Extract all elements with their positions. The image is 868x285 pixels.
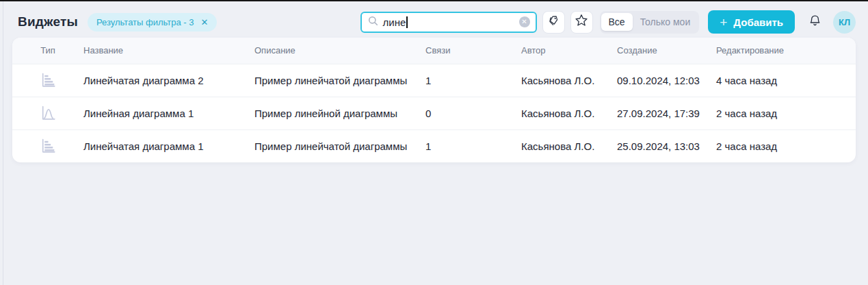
- page-title: Виджеты: [18, 14, 78, 29]
- header-bar: Виджеты Результаты фильтра - 3 ✕ лине ✕ …: [12, 8, 856, 36]
- cell-description: Пример линейчатой диаграммы: [254, 64, 425, 97]
- line-chart-icon: [12, 104, 83, 123]
- bar-chart-icon: [12, 137, 83, 156]
- table-row[interactable]: Линейная диаграмма 1 Пример линейной диа…: [12, 97, 856, 129]
- col-header-description: Описание: [254, 38, 425, 64]
- col-header-edited: Редактирование: [716, 38, 856, 64]
- cell-links: 0: [425, 97, 521, 129]
- filter-clear-icon[interactable]: ✕: [201, 18, 209, 27]
- filter-results-label: Результаты фильтра - 3: [96, 17, 194, 27]
- cell-author: Касьянова Л.О.: [521, 64, 617, 97]
- window-top-edge: [0, 0, 868, 1]
- bell-icon: [808, 14, 822, 31]
- col-header-author: Автор: [521, 38, 617, 64]
- tag-icon: [547, 14, 560, 30]
- toggle-only-mine[interactable]: Только мои: [633, 13, 698, 31]
- plus-icon: +: [720, 16, 727, 29]
- avatar[interactable]: КЛ: [833, 11, 856, 34]
- cell-edited: 2 часа назад: [716, 129, 856, 162]
- favorites-filter-button[interactable]: [570, 11, 593, 34]
- add-widget-button[interactable]: + Добавить: [708, 10, 795, 34]
- add-widget-label: Добавить: [733, 16, 783, 28]
- cell-created: 09.10.2024, 12:03: [617, 64, 716, 97]
- search-value: лине: [383, 16, 408, 28]
- cell-description: Пример линейчатой диаграммы: [254, 129, 425, 162]
- col-header-name: Название: [83, 38, 254, 64]
- table-row[interactable]: Линейчатая диаграмма 1 Пример линейчатой…: [12, 129, 856, 162]
- ownership-toggle: Все Только мои: [600, 11, 700, 34]
- table-row[interactable]: Линейчатая диаграмма 2 Пример линейчатой…: [12, 64, 856, 97]
- search-input[interactable]: лине ✕: [360, 12, 537, 33]
- cell-links: 1: [425, 129, 521, 162]
- cell-created: 27.09.2024, 17:39: [617, 97, 716, 129]
- bar-chart-icon: [12, 71, 83, 90]
- col-header-links: Связи: [425, 38, 521, 64]
- cell-name: Линейная диаграмма 1: [83, 97, 254, 129]
- cell-links: 1: [425, 64, 521, 97]
- search-icon: [368, 16, 378, 29]
- cell-edited: 4 часа назад: [716, 64, 856, 97]
- widgets-table-card: Тип Название Описание Связи Автор Создан…: [12, 38, 856, 162]
- filter-results-badge: Результаты фильтра - 3 ✕: [88, 13, 217, 32]
- window-left-edge: [3, 1, 3, 285]
- col-header-created: Создание: [617, 38, 716, 64]
- table-header-row: Тип Название Описание Связи Автор Создан…: [12, 38, 856, 64]
- toggle-all[interactable]: Все: [601, 13, 633, 31]
- cell-description: Пример линейной диаграммы: [254, 97, 425, 129]
- star-icon: [575, 14, 588, 30]
- notifications-button[interactable]: [804, 12, 825, 32]
- cell-author: Касьянова Л.О.: [521, 97, 617, 129]
- cell-created: 25.09.2024, 13:03: [617, 129, 716, 162]
- widgets-table: Тип Название Описание Связи Автор Создан…: [12, 38, 856, 162]
- search-clear-icon[interactable]: ✕: [519, 16, 530, 27]
- col-header-type: Тип: [12, 38, 83, 64]
- cell-name: Линейчатая диаграмма 1: [83, 129, 254, 162]
- cell-name: Линейчатая диаграмма 2: [83, 64, 254, 97]
- cell-edited: 2 часа назад: [716, 97, 856, 129]
- text-caret: [406, 16, 408, 28]
- cell-author: Касьянова Л.О.: [521, 129, 617, 162]
- tags-filter-button[interactable]: [542, 11, 565, 34]
